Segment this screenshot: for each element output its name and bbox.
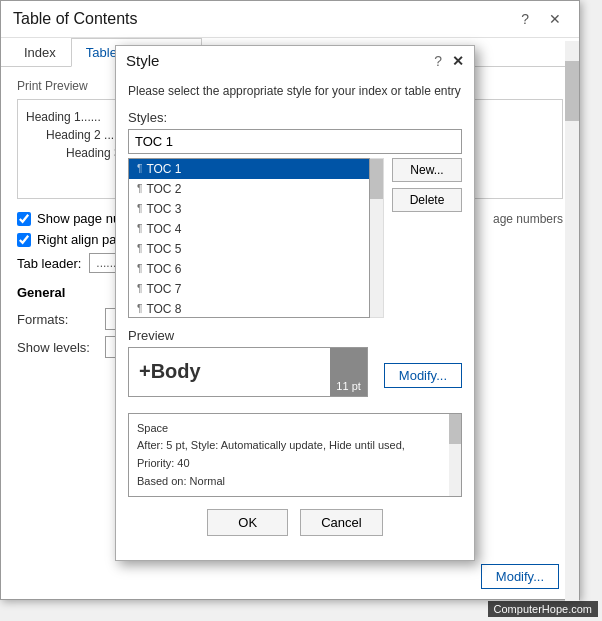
fg-styles-label: Styles: (128, 110, 462, 125)
fg-delete-button[interactable]: Delete (392, 188, 462, 212)
fg-dialog-title: Style (126, 52, 159, 69)
fg-preview-box: +Body 11 pt (128, 347, 368, 397)
list-item-icon: ¶ (137, 303, 142, 314)
bg-scrollbar-thumb (565, 61, 579, 121)
fg-preview-row: +Body 11 pt Modify... (128, 347, 462, 405)
fg-desc-title: Space (137, 422, 168, 434)
list-item[interactable]: ¶TOC 4 (129, 219, 369, 239)
fg-desc-scrollbar[interactable] (449, 414, 461, 496)
list-item[interactable]: ¶TOC 7 (129, 279, 369, 299)
list-item[interactable]: ¶TOC 8 (129, 299, 369, 318)
fg-listbox-scrollbar[interactable] (370, 158, 384, 318)
list-item-icon: ¶ (137, 203, 142, 214)
list-item[interactable]: ¶TOC 6 (129, 259, 369, 279)
fg-titlebar: Style ? ✕ (116, 46, 474, 75)
fg-preview-text: +Body (139, 360, 201, 383)
list-item-icon: ¶ (137, 223, 142, 234)
tab-index[interactable]: Index (9, 38, 71, 67)
list-item-label: TOC 1 (146, 162, 181, 176)
list-item[interactable]: ¶TOC 5 (129, 239, 369, 259)
list-item-label: TOC 4 (146, 222, 181, 236)
fg-dialog-footer: OK Cancel (128, 509, 462, 548)
fg-listbox[interactable]: ¶TOC 1¶TOC 2¶TOC 3¶TOC 4¶TOC 5¶TOC 6¶TOC… (128, 158, 370, 318)
list-item-icon: ¶ (137, 283, 142, 294)
fg-cancel-button[interactable]: Cancel (300, 509, 382, 536)
bg-close-icon[interactable]: ✕ (543, 9, 567, 29)
list-item-icon: ¶ (137, 243, 142, 254)
bg-scrollbar[interactable] (565, 41, 579, 601)
fg-title-controls: ? ✕ (434, 53, 464, 69)
fg-preview-pt: 11 pt (330, 348, 366, 396)
show-page-numbers-checkbox[interactable] (17, 212, 31, 226)
bg-bottom-buttons: Modify... (481, 564, 559, 589)
bg-modify-button[interactable]: Modify... (481, 564, 559, 589)
fg-desc-scrollthumb (449, 414, 461, 444)
list-item-label: TOC 5 (146, 242, 181, 256)
list-item-label: TOC 2 (146, 182, 181, 196)
fg-body: Please select the appropriate style for … (116, 75, 474, 560)
watermark: ComputerHope.com (488, 601, 598, 617)
show-levels-label: Show levels: (17, 340, 97, 355)
fg-modify-button[interactable]: Modify... (384, 363, 462, 388)
list-item-label: TOC 3 (146, 202, 181, 216)
fg-listbox-container: ¶TOC 1¶TOC 2¶TOC 3¶TOC 4¶TOC 5¶TOC 6¶TOC… (128, 158, 462, 318)
bg-dialog-title: Table of Contents (13, 10, 138, 28)
fg-close-icon[interactable]: ✕ (452, 53, 464, 69)
fg-desc-line1: After: 5 pt, Style: Automatically update… (137, 439, 405, 451)
bg-titlebar: Table of Contents ? ✕ (1, 1, 579, 38)
list-item-icon: ¶ (137, 263, 142, 274)
list-item[interactable]: ¶TOC 1 (129, 159, 369, 179)
bg-dialog-controls: ? ✕ (515, 9, 567, 29)
fg-desc-line2: Priority: 40 (137, 457, 190, 469)
fg-desc-box: Space After: 5 pt, Style: Automatically … (128, 413, 462, 497)
fg-ok-button[interactable]: OK (207, 509, 288, 536)
fg-description: Please select the appropriate style for … (128, 83, 462, 100)
list-item-icon: ¶ (137, 183, 142, 194)
fg-preview-main: +Body (129, 348, 330, 396)
list-item-label: TOC 7 (146, 282, 181, 296)
list-item-label: TOC 8 (146, 302, 181, 316)
page-numbers-right-label: age numbers (493, 212, 563, 226)
list-item-label: TOC 6 (146, 262, 181, 276)
formats-label: Formats: (17, 312, 97, 327)
fg-list-buttons: New... Delete (392, 158, 462, 318)
style-dialog: Style ? ✕ Please select the appropriate … (115, 45, 475, 561)
fg-new-button[interactable]: New... (392, 158, 462, 182)
fg-preview-label: Preview (128, 328, 462, 343)
fg-help-icon[interactable]: ? (434, 53, 442, 69)
fg-listbox-scrollthumb (370, 159, 383, 199)
list-item[interactable]: ¶TOC 3 (129, 199, 369, 219)
list-item[interactable]: ¶TOC 2 (129, 179, 369, 199)
right-align-label: Right align pa (37, 232, 117, 247)
fg-listbox-wrapper: ¶TOC 1¶TOC 2¶TOC 3¶TOC 4¶TOC 5¶TOC 6¶TOC… (128, 158, 384, 318)
tab-leader-label: Tab leader: (17, 256, 81, 271)
fg-desc-line3: Based on: Normal (137, 475, 225, 487)
bg-help-icon[interactable]: ? (515, 9, 535, 29)
right-align-checkbox[interactable] (17, 233, 31, 247)
list-item-icon: ¶ (137, 163, 142, 174)
fg-styles-input[interactable] (128, 129, 462, 154)
